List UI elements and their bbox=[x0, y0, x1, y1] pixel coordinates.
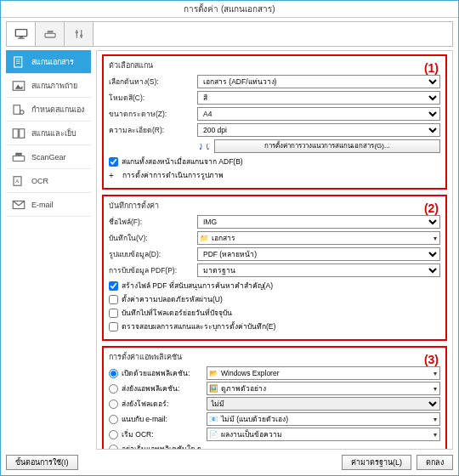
svg-rect-20 bbox=[15, 152, 22, 155]
svg-rect-17 bbox=[13, 128, 18, 138]
paper-size-select[interactable]: A4 bbox=[197, 107, 440, 121]
tab-scan-from-device[interactable] bbox=[36, 22, 65, 46]
sidebar-item-label: OCR bbox=[31, 177, 48, 185]
custom-icon bbox=[9, 102, 28, 117]
group-title: ตัวเลือกสแกน bbox=[109, 60, 440, 71]
stitch-icon bbox=[9, 126, 28, 141]
tab-general-settings[interactable] bbox=[65, 22, 94, 46]
monitor-icon bbox=[14, 28, 28, 40]
annotation-2: (2) bbox=[424, 201, 439, 215]
sidebar-item-label: กำหนดสแกนเอง bbox=[31, 104, 84, 116]
filename-label: ชื่อไฟล์(F): bbox=[109, 216, 194, 228]
send-to-folder-select[interactable]: ไม่มี bbox=[207, 397, 440, 411]
attach-email-value: ไม่มี (แนบด้วยตัวเอง) bbox=[219, 413, 439, 425]
svg-rect-9 bbox=[14, 57, 22, 67]
group-save-settings: (2) บันทึกการตั้งค่า ชื่อไฟล์(F): IMG บั… bbox=[102, 195, 447, 341]
check-results-label: ตรวจสอบผลการสแกนและระบุการตั้งค่าบันทึก(… bbox=[122, 320, 275, 332]
photo-icon bbox=[9, 78, 28, 94]
mail-icon: 📧 bbox=[207, 415, 219, 423]
filename-input[interactable]: IMG bbox=[197, 215, 440, 229]
main-body: สแกนเอกสาร สแกนภาพถ่าย กำหนดสแกนเอง สแกน… bbox=[6, 50, 453, 450]
sidebar-item-label: สแกนภาพถ่าย bbox=[31, 80, 77, 92]
sidebar-item-document[interactable]: สแกนเอกสาร bbox=[6, 50, 91, 74]
pdf-security-checkbox[interactable] bbox=[109, 295, 118, 304]
email-icon bbox=[9, 197, 28, 212]
sidebar: สแกนเอกสาร สแกนภาพถ่าย กำหนดสแกนเอง สแกน… bbox=[6, 50, 91, 450]
color-label: โหมดสี(C): bbox=[109, 92, 194, 104]
color-mode-select[interactable]: สี bbox=[197, 91, 440, 105]
sidebar-item-label: สแกนและเย็บ bbox=[31, 128, 76, 139]
data-format-select[interactable]: PDF (หลายหน้า) bbox=[197, 247, 440, 261]
folder-icon: 📁 bbox=[198, 234, 210, 242]
attach-email-radio[interactable] bbox=[109, 415, 118, 424]
save-folder-select[interactable]: 📁 เอกสาร bbox=[197, 231, 440, 245]
open-with-select[interactable]: 📂Windows Explorer bbox=[207, 366, 440, 380]
start-ocr-label: เริ่ม OCR: bbox=[122, 428, 203, 440]
orientation-settings-button[interactable]: การตั้งค่าการวางแนวการสแกนเอกสาร(G)... bbox=[214, 139, 440, 153]
pdf-compression-label: การบีบข้อมูล PDF(P): bbox=[109, 264, 194, 276]
svg-text:A: A bbox=[15, 178, 19, 184]
adf-duplex-checkbox[interactable] bbox=[109, 157, 118, 167]
svg-point-6 bbox=[75, 31, 77, 33]
save-folder-label: บันทึกใน(V): bbox=[109, 232, 194, 244]
sidebar-item-email[interactable]: E-mail bbox=[6, 193, 91, 217]
annotation-1: (1) bbox=[424, 61, 439, 75]
footer: ขั้นตอนการใช้(I) ค่ามาตรฐาน(L) ตกลง bbox=[6, 450, 453, 470]
svg-rect-2 bbox=[18, 38, 25, 39]
image-processing-label: การตั้งค่าการดำเนินการรูปภาพ bbox=[122, 169, 224, 181]
sidebar-item-photo[interactable]: สแกนภาพถ่าย bbox=[6, 74, 91, 98]
searchable-pdf-label: สร้างไฟล์ PDF ที่สนับสนุนการค้นหาคำสำคัญ… bbox=[122, 280, 273, 292]
sidebar-item-label: E-mail bbox=[31, 201, 54, 209]
format-label: รูปแบบข้อมูล(D): bbox=[109, 248, 194, 260]
explorer-icon: 📂 bbox=[207, 369, 219, 377]
svg-marker-14 bbox=[15, 84, 23, 88]
svg-rect-0 bbox=[15, 30, 26, 37]
expand-icon[interactable]: + bbox=[109, 171, 119, 180]
svg-rect-15 bbox=[14, 105, 20, 114]
check-results-checkbox[interactable] bbox=[109, 322, 118, 332]
settings-panel: (1) ตัวเลือกสแกน เลือกต้นทาง(S): เอกสาร … bbox=[96, 50, 453, 450]
open-with-radio[interactable] bbox=[109, 369, 118, 378]
attach-email-label: แนบกับ e-mail: bbox=[122, 413, 203, 425]
annotation-3: (3) bbox=[424, 353, 439, 366]
source-label: เลือกต้นทาง(S): bbox=[109, 76, 194, 88]
date-subfolder-checkbox[interactable] bbox=[109, 309, 118, 318]
pdf-compression-select[interactable]: มาตรฐาน bbox=[197, 264, 440, 277]
save-folder-value: เอกสาร bbox=[210, 232, 439, 244]
sidebar-item-scangear[interactable]: ScanGear bbox=[6, 145, 91, 169]
defaults-button[interactable]: ค่ามาตรฐาน(L) bbox=[342, 455, 411, 470]
window-title: การตั้งค่า (สแกนเอกสาร) bbox=[184, 3, 275, 15]
resolution-label: ความละเอียด(R): bbox=[109, 124, 194, 136]
send-to-app-radio[interactable] bbox=[109, 384, 118, 394]
group-title: บันทึกการตั้งค่า bbox=[109, 200, 440, 212]
source-select[interactable]: เอกสาร (ADF/แท่นวาง) bbox=[197, 75, 440, 88]
svg-rect-3 bbox=[45, 33, 55, 37]
scanner-icon bbox=[43, 28, 57, 40]
send-to-app-value: ดูภาพตัวอย่าง bbox=[219, 382, 439, 394]
ok-button[interactable]: ตกลง bbox=[416, 455, 453, 470]
start-ocr-select[interactable]: 📄ผลงานเป็นข้อความ bbox=[207, 428, 440, 441]
attach-email-select[interactable]: 📧ไม่มี (แนบด้วยตัวเอง) bbox=[207, 412, 440, 426]
instructions-button[interactable]: ขั้นตอนการใช้(I) bbox=[6, 455, 78, 470]
start-ocr-radio[interactable] bbox=[109, 430, 118, 439]
send-to-app-label: ส่งยังแอพพลิเคชัน: bbox=[122, 382, 203, 394]
tab-scan-from-computer[interactable] bbox=[7, 22, 36, 46]
sidebar-item-ocr[interactable]: A OCR bbox=[6, 169, 91, 193]
svg-point-8 bbox=[80, 34, 82, 37]
resolution-select[interactable]: 200 dpi bbox=[197, 123, 440, 137]
sliders-icon bbox=[72, 28, 86, 40]
searchable-pdf-checkbox[interactable] bbox=[109, 281, 118, 291]
sidebar-item-custom[interactable]: กำหนดสแกนเอง bbox=[6, 98, 91, 122]
date-subfolder-label: บันทึกไปที่โฟลเดอร์ย่อยวันที่ปัจจุบัน bbox=[122, 307, 232, 319]
group-scan-options: (1) ตัวเลือกสแกน เลือกต้นทาง(S): เอกสาร … bbox=[102, 54, 447, 190]
sidebar-item-stitch[interactable]: สแกนและเย็บ bbox=[6, 122, 91, 145]
svg-point-16 bbox=[20, 110, 25, 114]
group-app-settings: (3) การตั้งค่าแอพพลิเคชัน เปิดด้วยแอพพลิ… bbox=[102, 346, 447, 450]
sidebar-item-label: ScanGear bbox=[31, 153, 66, 162]
pdf-security-label: ตั้งค่าความปลอดภัยรหัสผ่าน(U) bbox=[122, 293, 223, 305]
send-to-app-select[interactable]: 🖼️ดูภาพตัวอย่าง bbox=[207, 382, 440, 395]
svg-rect-19 bbox=[13, 156, 25, 161]
svg-rect-18 bbox=[20, 128, 25, 138]
orientation-swap-icon[interactable]: ⤸⤹ bbox=[197, 142, 211, 151]
send-to-folder-radio[interactable] bbox=[109, 400, 118, 409]
